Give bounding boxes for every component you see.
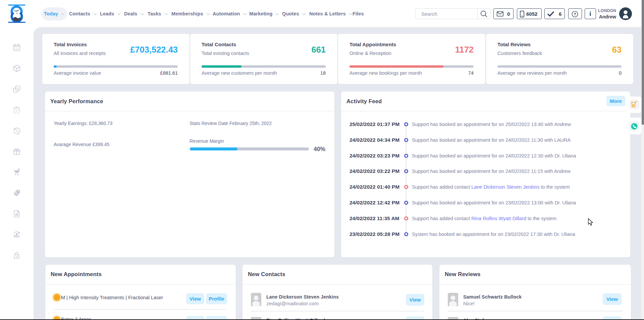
svg-text:12: 12 [15, 47, 18, 50]
